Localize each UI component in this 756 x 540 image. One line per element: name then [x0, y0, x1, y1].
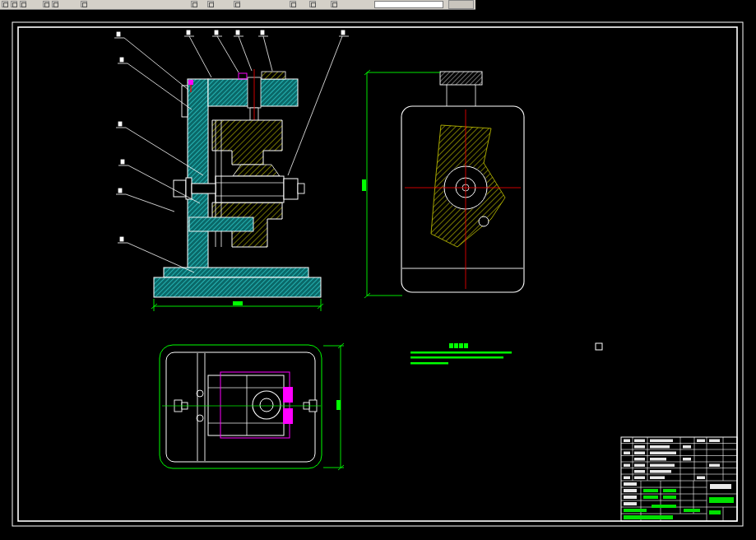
top-plan-view[interactable]: [160, 343, 344, 470]
side-height-dimension[interactable]: [364, 70, 440, 298]
clamp-bolt-washer: [186, 178, 192, 199]
clamp-bolt-tip: [298, 184, 304, 193]
tech-requirements-line: [410, 356, 503, 359]
callout: [118, 237, 194, 272]
tech-requirements-line: [410, 351, 512, 354]
magenta-pad: [283, 408, 293, 424]
magenta-detail: [239, 73, 247, 79]
layout-marker[interactable]: [596, 343, 602, 350]
clamp-upper-section: [212, 120, 282, 165]
dimension-text: [336, 400, 341, 410]
bushing-circle: [253, 391, 281, 419]
clamp-bolt-shaft: [192, 184, 216, 193]
drawing-canvas[interactable]: [0, 0, 756, 540]
tech-requirements-heading: [449, 343, 468, 348]
top-boss-section: [440, 72, 482, 85]
clamp-bolt-head: [174, 180, 186, 197]
knurled-nut-section: [262, 72, 285, 79]
callout: [212, 30, 239, 72]
title-block[interactable]: [621, 437, 737, 521]
base-plate-section: [154, 277, 321, 297]
callout: [114, 32, 188, 90]
tech-requirements-note[interactable]: [410, 343, 512, 365]
dimension-text: [362, 179, 366, 191]
small-hole-circle: [479, 216, 489, 226]
parts-list-text: [624, 440, 731, 506]
top-view-dimension[interactable]: [323, 343, 344, 470]
side-view[interactable]: [362, 70, 524, 298]
sheet-border: [12, 22, 743, 526]
dimension-text: [233, 301, 243, 305]
front-section-view[interactable]: [151, 69, 323, 311]
callout: [184, 30, 211, 77]
base-step-section: [164, 268, 308, 277]
application-window: [0, 0, 756, 540]
side-strip: [182, 86, 188, 117]
clamp-nut: [284, 179, 298, 199]
callout: [234, 30, 252, 71]
tech-requirements-line: [410, 362, 448, 365]
callout: [258, 30, 272, 71]
bore-cylinder: [216, 176, 284, 202]
magenta-detail: [188, 80, 193, 85]
cone-section: [233, 165, 280, 176]
lower-rib-section: [189, 217, 253, 231]
callout: [116, 189, 174, 212]
title-block-green-text: [624, 489, 734, 519]
magenta-pad: [283, 387, 293, 403]
